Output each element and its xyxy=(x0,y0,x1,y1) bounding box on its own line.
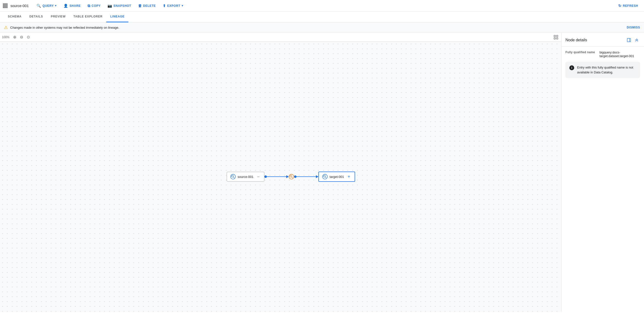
svg-rect-3 xyxy=(556,38,558,39)
zoom-reset-icon: ⊙ xyxy=(27,35,30,39)
panel-header: Node details xyxy=(562,33,644,47)
connector-dot-1 xyxy=(264,175,267,178)
connector-1 xyxy=(264,175,289,178)
warning-bar: ⚠ Changes made in other systems may not … xyxy=(0,22,644,33)
title-text: source-001 xyxy=(10,4,29,8)
zoom-in-icon: ⊕ xyxy=(13,35,16,39)
zoom-out-icon: ⊖ xyxy=(20,35,23,39)
intermediate-node-icon xyxy=(289,174,294,179)
target-node[interactable]: target-001 + xyxy=(318,172,355,182)
connector-arrow-1 xyxy=(286,175,289,178)
source-node[interactable]: source-001 – xyxy=(227,172,264,182)
export-button[interactable]: ⬆ EXPORT ▾ xyxy=(160,2,186,9)
svg-line-9 xyxy=(292,177,292,178)
info-icon: i xyxy=(569,65,574,70)
connector-2 xyxy=(294,175,318,178)
tab-lineage[interactable]: LINEAGE xyxy=(106,12,128,22)
zoom-controls: 100% ⊕ ⊖ ⊙ xyxy=(0,33,561,41)
dismiss-button[interactable]: DISMISS xyxy=(627,26,640,29)
export-label: EXPORT xyxy=(167,4,180,7)
fit-view-button[interactable] xyxy=(552,34,559,40)
share-icon: 👤 xyxy=(64,4,68,8)
snapshot-icon: 📷 xyxy=(108,4,112,8)
svg-line-6 xyxy=(233,177,234,178)
svg-rect-13 xyxy=(627,38,630,42)
copy-icon: ⧉ xyxy=(88,4,90,8)
svg-rect-2 xyxy=(554,38,556,39)
zoom-out-button[interactable]: ⊖ xyxy=(18,34,24,40)
chevron-down-icon: ▾ xyxy=(182,4,183,7)
query-button[interactable]: 🔍 QUERY ▾ xyxy=(34,2,60,9)
tab-bar: SCHEMA DETAILS PREVIEW TABLE EXPLORER LI… xyxy=(0,12,644,22)
tab-details[interactable]: DETAILS xyxy=(26,12,47,22)
search-icon: 🔍 xyxy=(36,4,41,8)
refresh-button[interactable]: ↻ REFRESH xyxy=(615,2,641,9)
main-area: 100% ⊕ ⊖ ⊙ xyxy=(0,33,644,312)
svg-line-12 xyxy=(325,177,326,178)
snapshot-button[interactable]: 📷 SNAPSHOT xyxy=(104,2,134,9)
panel-expand-button[interactable] xyxy=(626,37,632,43)
delete-label: DELETE xyxy=(143,4,156,7)
zoom-reset-button[interactable]: ⊙ xyxy=(25,34,31,40)
connector-line-1 xyxy=(267,176,286,177)
fqn-field-row: Fully qualified name bigquery:docs-targe… xyxy=(566,50,640,58)
grid-icon xyxy=(3,3,8,8)
fqn-label: Fully qualified name xyxy=(566,50,600,58)
panel-actions xyxy=(626,37,640,43)
close-panel-icon xyxy=(634,38,639,42)
source-node-icon xyxy=(230,174,236,179)
delete-icon: 🗑 xyxy=(138,4,142,8)
connector-dot-2 xyxy=(294,175,296,178)
source-node-collapse-button[interactable]: – xyxy=(256,174,261,179)
connector-arrow-2 xyxy=(316,175,318,178)
svg-point-7 xyxy=(289,174,294,179)
node-details-panel: Node details Fully qualified xyxy=(561,33,644,312)
share-label: SHARE xyxy=(70,4,81,7)
lineage-canvas[interactable]: source-001 – xyxy=(0,41,561,312)
chevron-down-icon: ▾ xyxy=(55,4,57,7)
panel-close-button[interactable] xyxy=(633,37,640,43)
target-node-icon xyxy=(322,174,328,179)
connector-line-2 xyxy=(296,176,316,177)
lineage-diagram: source-001 – xyxy=(227,172,355,182)
canvas-area: 100% ⊕ ⊖ ⊙ xyxy=(0,33,561,312)
svg-rect-1 xyxy=(556,35,558,37)
target-node-expand-button[interactable]: + xyxy=(346,174,351,179)
toolbar: source-001 🔍 QUERY ▾ 👤 SHARE ⧉ COPY 📷 SN… xyxy=(0,0,644,12)
svg-point-4 xyxy=(230,174,236,179)
panel-title: Node details xyxy=(566,38,587,42)
copy-button[interactable]: ⧉ COPY xyxy=(85,2,104,9)
copy-label: COPY xyxy=(92,4,101,7)
warning-message: Changes made in other systems may not be… xyxy=(10,26,119,29)
page-title: source-001 xyxy=(10,4,29,8)
target-node-label: target-001 xyxy=(330,175,344,179)
info-message: Entry with this fully qualified name is … xyxy=(577,65,636,75)
source-node-label: source-001 xyxy=(238,175,254,179)
tab-table-explorer[interactable]: TABLE EXPLORER xyxy=(70,12,106,22)
zoom-level: 100% xyxy=(2,35,11,39)
fit-icon xyxy=(554,35,558,39)
delete-button[interactable]: 🗑 DELETE xyxy=(135,2,159,9)
intermediate-node-container xyxy=(289,174,294,179)
svg-rect-0 xyxy=(554,35,556,37)
share-button[interactable]: 👤 SHARE xyxy=(60,2,84,9)
refresh-label: REFRESH xyxy=(623,4,638,7)
zoom-in-button[interactable]: ⊕ xyxy=(12,34,18,40)
open-panel-icon xyxy=(627,38,631,42)
tab-preview[interactable]: PREVIEW xyxy=(47,12,70,22)
refresh-icon: ↻ xyxy=(618,4,622,8)
fqn-value: bigquery:docs-target.dataset.target-001 xyxy=(600,50,640,58)
query-label: QUERY xyxy=(42,4,54,7)
snapshot-label: SNAPSHOT xyxy=(114,4,131,7)
panel-content: Fully qualified name bigquery:docs-targe… xyxy=(562,47,644,312)
warning-icon: ⚠ xyxy=(4,25,8,30)
info-box: i Entry with this fully qualified name i… xyxy=(566,62,640,78)
tab-schema[interactable]: SCHEMA xyxy=(4,12,26,22)
svg-point-10 xyxy=(322,174,327,179)
export-icon: ⬆ xyxy=(163,4,166,8)
